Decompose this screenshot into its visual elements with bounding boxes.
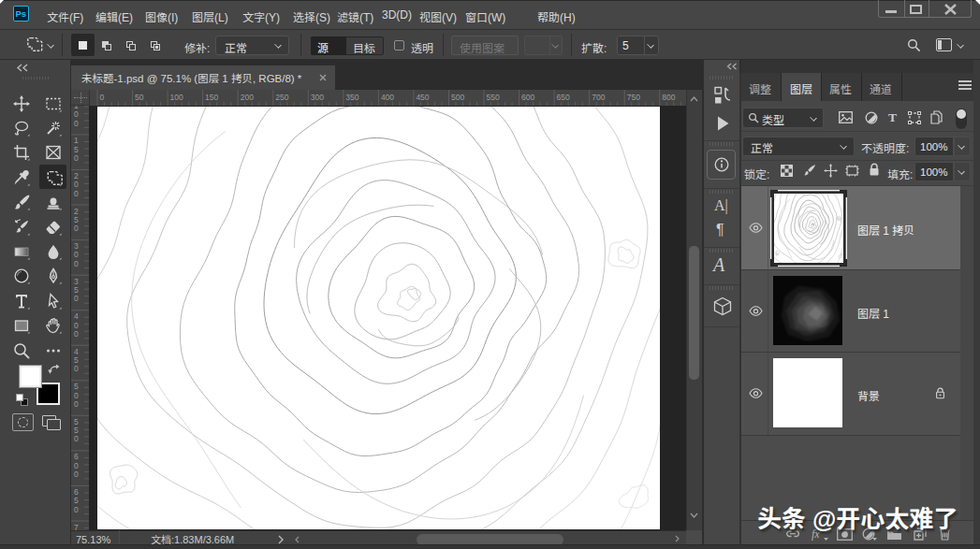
svg-text:50: 50	[135, 93, 144, 102]
svg-text:0: 0	[74, 399, 79, 409]
svg-text:0: 0	[74, 470, 79, 479]
svg-text:0: 0	[74, 294, 79, 303]
svg-text:400: 400	[381, 93, 394, 102]
svg-text:800: 800	[662, 93, 675, 102]
svg-text:650: 650	[557, 93, 570, 102]
svg-text:0: 0	[74, 189, 79, 198]
svg-text:0: 0	[74, 224, 79, 233]
svg-text:250: 250	[275, 93, 288, 102]
svg-text:750: 750	[627, 93, 640, 102]
svg-text:0: 0	[74, 119, 79, 128]
svg-text:150: 150	[205, 93, 218, 102]
svg-text:550: 550	[487, 93, 500, 102]
svg-text:0: 0	[74, 329, 79, 339]
svg-text:600: 600	[521, 93, 534, 102]
svg-text:200: 200	[241, 93, 254, 102]
svg-text:500: 500	[451, 93, 464, 102]
svg-text:450: 450	[416, 93, 429, 102]
svg-text:0: 0	[74, 364, 79, 373]
svg-text:700: 700	[592, 93, 605, 102]
svg-text:0: 0	[74, 505, 79, 514]
svg-text:100: 100	[170, 93, 183, 102]
svg-text:350: 350	[345, 93, 358, 102]
svg-text:0: 0	[74, 153, 79, 163]
svg-text:0: 0	[74, 434, 79, 443]
svg-text:0: 0	[100, 93, 105, 102]
svg-text:0: 0	[74, 259, 79, 268]
svg-text:300: 300	[311, 93, 324, 102]
